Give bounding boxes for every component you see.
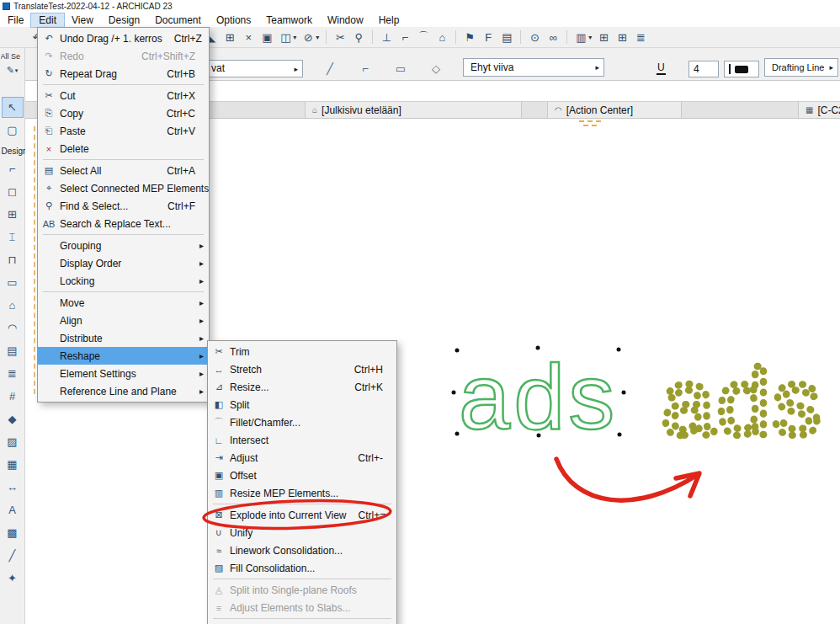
zone-tool[interactable]: ▨ (2, 431, 24, 452)
menu-document[interactable]: Document (147, 13, 209, 27)
menu-view[interactable]: View (64, 13, 101, 27)
columns-button[interactable]: ≣ (632, 29, 649, 45)
marquee-tool[interactable]: ▢ (2, 120, 24, 141)
roof-tool[interactable]: ⌂ (2, 295, 24, 316)
menu-item-explode-into-current-view[interactable]: ⊠ Explode into Current View Ctrl+= (208, 506, 396, 524)
menu-item-distribute[interactable]: Distribute (38, 329, 209, 347)
menu-item-split-single-plane-roofs[interactable]: ◬ Split into Single-plane Roofs (208, 581, 396, 599)
railing-tool[interactable]: # (2, 386, 24, 407)
menu-item-cut[interactable]: ✂ Cut Ctrl+X (38, 87, 209, 104)
menu-help[interactable]: Help (371, 13, 407, 27)
menu-item-resize-mep[interactable]: ▥ Resize MEP Elements... (208, 484, 396, 502)
sheet-edit-button[interactable]: ⊞ (595, 29, 612, 45)
rectangle-geometry-button[interactable]: ▭ (389, 59, 412, 77)
beam-tool[interactable]: ⊓ (2, 249, 24, 270)
line-tool[interactable]: ╱ (2, 545, 24, 566)
pen-preview[interactable] (724, 61, 759, 77)
lamp-tool[interactable]: ✦ (2, 568, 24, 589)
menu-window[interactable]: Window (320, 13, 371, 27)
menu-teamwork[interactable]: Teamwork (258, 13, 320, 27)
print-button[interactable]: ▥ (572, 29, 593, 45)
pen-number-field[interactable]: 4 (688, 61, 719, 77)
menu-item-element-settings[interactable]: Element Settings (38, 365, 209, 382)
layers-button[interactable]: ◫ (277, 29, 298, 45)
menu-item-align[interactable]: Align (38, 312, 209, 329)
tab-julkisivu[interactable]: ⌂ [Julkisivu etelään] (305, 102, 522, 118)
selection-handle[interactable] (455, 432, 460, 436)
fit-button[interactable]: F (480, 29, 497, 45)
menu-item-grouping[interactable]: Grouping (38, 237, 209, 254)
mesh-tool[interactable]: ▦ (2, 454, 24, 475)
menu-edit[interactable]: Edit (31, 13, 64, 27)
window-tool[interactable]: ⊞ (2, 204, 24, 225)
sheet-add-button[interactable]: ⊞ (614, 29, 630, 45)
menu-item-move[interactable]: Move (38, 294, 209, 312)
close-button[interactable]: × (240, 29, 257, 45)
line-weight-button[interactable]: U (657, 61, 666, 73)
trim-button[interactable]: ✂ (332, 29, 348, 45)
menu-options[interactable]: Options (209, 13, 258, 27)
dimension-tool[interactable]: ↔ (2, 477, 24, 498)
selection-handle[interactable] (536, 346, 540, 350)
column-tool[interactable]: ⌶ (2, 227, 24, 248)
fill-tool[interactable]: ▩ (2, 522, 24, 543)
menu-item-copy[interactable]: ⎘ Copy Ctrl+C (38, 104, 209, 122)
menu-item-paste[interactable]: ⎗ Paste Ctrl+V (38, 122, 209, 140)
menu-item-reference-line-plane[interactable]: Reference Line and Plane (38, 382, 209, 400)
menu-item-fillet-chamfer[interactable]: ⌒ Fillet/Chamfer... (208, 413, 396, 431)
menu-item-fill-consolidation[interactable]: ▨ Fill Consolidation... (208, 559, 396, 577)
arrow-tool[interactable]: ↖ (2, 97, 24, 118)
menu-item-unify[interactable]: ∪ Unify (208, 524, 396, 541)
menu-item-reshape[interactable]: Reshape (38, 347, 209, 365)
box-button[interactable]: ▣ (258, 29, 275, 45)
menu-file[interactable]: File (0, 13, 31, 27)
menu-item-search-replace[interactable]: AB Search & Replace Text... (38, 215, 209, 232)
corner-button[interactable]: ⌐ (396, 29, 413, 45)
polyline-geometry-button[interactable]: ⌐ (354, 59, 377, 77)
schedule-button[interactable]: ⊞ (221, 29, 238, 45)
menu-item-linework-consolidation[interactable]: ≈ Linework Consolidation... (208, 541, 396, 559)
menu-item-select-all[interactable]: ▤ Select All Ctrl+A (38, 162, 209, 179)
selection-handle[interactable] (622, 391, 626, 395)
menu-item-delete[interactable]: × Delete (38, 140, 209, 157)
door-tool[interactable]: ◻ (2, 181, 24, 202)
flag-button[interactable]: ⚑ (461, 29, 478, 45)
find-button[interactable]: ⚲ (350, 29, 367, 45)
rotated-rectangle-geometry-button[interactable]: ◇ (424, 59, 448, 77)
link-button[interactable]: ⊙ (526, 29, 543, 45)
menu-item-display-order[interactable]: Display Order (38, 254, 209, 272)
column-button[interactable]: ⊥ (378, 29, 395, 45)
menu-item-select-connected-mep[interactable]: ⌖ Select Connected MEP Elements (38, 179, 209, 197)
selection-handle[interactable] (452, 391, 456, 395)
no-fill-button[interactable]: ⊘ (300, 29, 321, 45)
slab-tool[interactable]: ▭ (2, 272, 24, 293)
menu-item-adjust[interactable]: ⇥ Adjust Ctrl+- (208, 449, 396, 467)
menu-item-split[interactable]: ◧ Split (208, 396, 396, 413)
arc-button[interactable]: ⌒ (415, 29, 432, 45)
selection-handle[interactable] (537, 434, 541, 438)
tab-section[interactable]: ▦ [C-C2 (798, 102, 840, 118)
menu-item-undo[interactable]: ↶ Undo Drag /+ 1. kerros Ctrl+Z (38, 29, 209, 47)
pen-set-button[interactable]: ✎ (7, 65, 19, 76)
morph-tool[interactable]: ◆ (2, 408, 24, 429)
notes-button[interactable]: ▤ (498, 29, 515, 45)
menu-item-adjust-elements-to-slabs[interactable]: ≡ Adjust Elements to Slabs... (208, 599, 396, 616)
wall-tool[interactable]: ⌐ (2, 158, 24, 179)
line-type-combo[interactable]: Ehyt viiva (463, 58, 604, 77)
menu-item-resize[interactable]: ⊿ Resize... Ctrl+K (208, 378, 396, 396)
menu-design[interactable]: Design (101, 13, 147, 27)
stair-tool[interactable]: ≣ (2, 363, 24, 384)
menu-item-repeat-drag[interactable]: ↻ Repeat Drag Ctrl+B (38, 65, 209, 83)
curtain-wall-tool[interactable]: ▤ (2, 340, 24, 361)
menu-item-trim[interactable]: ✂ Trim (208, 343, 396, 360)
line-geometry-button[interactable]: ╱ (318, 59, 342, 77)
menu-item-stretch[interactable]: ↔ Stretch Ctrl+H (208, 360, 396, 378)
menu-item-locking[interactable]: Locking (38, 272, 209, 290)
menu-item-offset[interactable]: ▣ Offset (208, 467, 396, 484)
menu-item-intersect[interactable]: ∟ Intersect (208, 431, 396, 449)
chain-button[interactable]: ∞ (545, 29, 561, 45)
home-button[interactable]: ⌂ (433, 29, 450, 45)
selection-handle[interactable] (455, 349, 460, 353)
layer-combo[interactable]: Drafting Line (764, 58, 838, 77)
selection-handle[interactable] (618, 433, 622, 437)
